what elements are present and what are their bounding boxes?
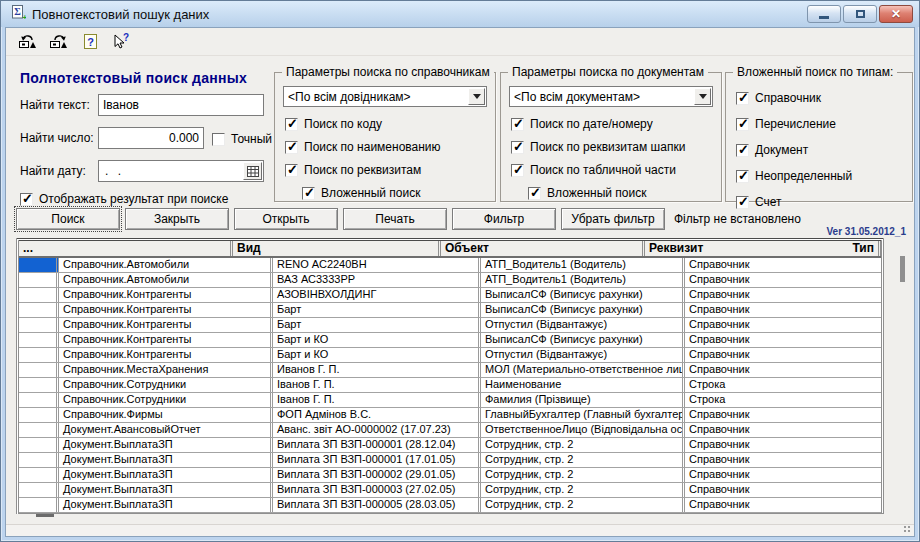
row-selector-cell[interactable] [19,438,59,452]
row-selector-cell[interactable] [19,258,59,272]
table-row[interactable]: Документ.ВыплатаЗП Виплата ЗП ВЗП-000001… [19,438,881,453]
table-cell-tip[interactable]: Справочник [685,423,881,437]
row-selector-cell[interactable] [19,348,59,362]
row-selector-cell[interactable] [19,468,59,482]
table-cell-rekvizit[interactable]: ВыписалСФ (Виписує рахунки) [481,303,685,317]
table-cell-tip[interactable]: Справочник [685,483,881,497]
resize-grip[interactable] [903,525,912,534]
table-row[interactable]: Справочник.Автомобили RENO АС2240ВН АТП_… [19,258,881,273]
table-cell-tip[interactable]: Строка [685,393,881,407]
checkbox[interactable] [736,144,749,157]
document-dropdown[interactable]: <По всім документам> [509,86,713,107]
column-header[interactable]: Реквизит [645,241,849,256]
table-row[interactable]: Справочник.Контрагенты Барт и КО Выписал… [19,333,881,348]
table-cell-vid[interactable]: Документ.ВыплатаЗП [59,438,273,452]
checkbox[interactable] [511,164,524,177]
table-cell-tip[interactable]: Справочник [685,363,881,377]
table-cell-object[interactable]: Виплата ЗП ВЗП-000001 (17.01.05) [273,453,481,467]
column-header[interactable]: Вид [233,241,441,256]
table-row[interactable]: Справочник.Сотрудники Іванов Г. П. Наиме… [19,378,881,393]
table-cell-object[interactable]: RENO АС2240ВН [273,258,481,272]
show-result-checkbox[interactable] [20,193,33,206]
table-cell-tip[interactable]: Справочник [685,498,881,512]
table-cell-object[interactable]: ФОП Адмінов В.С. [273,408,481,422]
table-cell-tip[interactable]: Справочник [685,438,881,452]
row-selector-cell[interactable] [19,408,59,422]
table-row[interactable]: Справочник.Контрагенты АЗОВІНВХОЛДИНГ Вы… [19,288,881,303]
table-row[interactable]: Справочник.МестаХранения Иванов Г. П. МО… [19,363,881,378]
table-row[interactable]: Справочник.Контрагенты Барт и КО Отпусти… [19,348,881,363]
table-row[interactable]: Документ.ВыплатаЗП Виплата ЗП ВЗП-000002… [19,468,881,483]
table-cell-vid[interactable]: Справочник.Контрагенты [59,318,273,332]
checkbox[interactable] [511,141,524,154]
table-cell-object[interactable]: Виплата ЗП ВЗП-000001 (28.12.04) [273,438,481,452]
table-cell-object[interactable]: Виплата ЗП ВЗП-000005 (28.03.05) [273,498,481,512]
table-cell-vid[interactable]: Справочник.Контрагенты [59,348,273,362]
row-selector-cell[interactable] [19,318,59,332]
table-cell-rekvizit[interactable]: Сотрудник, стр. 2 [481,483,685,497]
action-button[interactable]: Печать [343,208,447,230]
table-cell-tip[interactable]: Справочник [685,348,881,362]
table-cell-tip[interactable]: Справочник [685,303,881,317]
table-cell-vid[interactable]: Документ.ВыплатаЗП [59,453,273,467]
checkbox[interactable] [736,196,749,209]
action-button[interactable]: Закрыть [125,208,229,230]
row-selector-cell[interactable] [19,288,59,302]
checkbox[interactable] [736,92,749,105]
action-button[interactable]: Убрать фильтр [561,208,665,230]
horizontal-scrollbar-thumb[interactable] [36,514,54,517]
search-prev-icon[interactable] [16,31,40,53]
table-cell-object[interactable]: Иванов Г. П. [273,363,481,377]
table-cell-vid[interactable]: Справочник.Сотрудники [59,393,273,407]
row-selector-cell[interactable] [19,378,59,392]
chevron-down-icon[interactable] [694,88,711,105]
table-cell-object[interactable]: Виплата ЗП ВЗП-000002 (29.01.05) [273,468,481,482]
table-cell-tip[interactable]: Справочник [685,333,881,347]
table-cell-vid[interactable]: Документ.АвансовыйОтчет [59,423,273,437]
table-cell-tip[interactable]: Справочник [685,273,881,287]
table-row[interactable]: Справочник.Сотрудники Іванов Г. П. Фамил… [19,393,881,408]
table-row[interactable]: Справочник.Фирмы ФОП Адмінов В.С. Главны… [19,408,881,423]
checkbox[interactable] [285,118,298,131]
table-cell-tip[interactable]: Справочник [685,288,881,302]
close-button[interactable]: ✕ [879,5,913,23]
row-selector-cell[interactable] [19,453,59,467]
row-selector-cell[interactable] [19,303,59,317]
row-selector-cell[interactable] [19,333,59,347]
table-row[interactable]: Справочник.Контрагенты Барт Отпустил (Ві… [19,318,881,333]
table-cell-rekvizit[interactable]: АТП_Водитель1 (Водитель) [481,258,685,272]
table-row[interactable]: Документ.ВыплатаЗП Виплата ЗП ВЗП-000001… [19,453,881,468]
action-button[interactable]: Поиск [16,208,120,230]
table-cell-rekvizit[interactable]: Сотрудник, стр. 2 [481,498,685,512]
catalog-dropdown[interactable]: <По всім довідникам> [283,86,487,107]
table-cell-object[interactable]: Барт и КО [273,348,481,362]
row-selector-cell[interactable] [19,498,59,512]
minimize-button[interactable] [807,5,841,23]
search-next-icon[interactable] [47,31,71,53]
table-cell-rekvizit[interactable]: Сотрудник, стр. 2 [481,438,685,452]
row-selector-cell[interactable] [19,273,59,287]
table-cell-vid[interactable]: Документ.ВыплатаЗП [59,468,273,482]
table-cell-tip[interactable]: Справочник [685,318,881,332]
table-row[interactable]: Документ.АвансовыйОтчет Аванс. звіт АО-0… [19,423,881,438]
table-cell-vid[interactable]: Справочник.Сотрудники [59,378,273,392]
table-cell-object[interactable]: Іванов Г. П. [273,393,481,407]
table-cell-rekvizit[interactable]: ГлавныйБухгалтер (Главный бухгалтер [481,408,685,422]
table-cell-object[interactable]: Барт [273,303,481,317]
table-cell-rekvizit[interactable]: Отпустил (Відвантажує) [481,348,685,362]
find-date-input[interactable]: . . [98,160,264,182]
table-row[interactable]: Документ.ВыплатаЗП Виплата ЗП ВЗП-000005… [19,498,881,513]
table-cell-vid[interactable]: Справочник.МестаХранения [59,363,273,377]
table-cell-rekvizit[interactable]: ВыписалСФ (Виписує рахунки) [481,288,685,302]
table-cell-rekvizit[interactable]: Наименование [481,378,685,392]
table-cell-vid[interactable]: Справочник.Автомобили [59,273,273,287]
table-cell-tip[interactable]: Строка [685,378,881,392]
vertical-scrollbar-thumb[interactable] [900,256,905,282]
checkbox[interactable] [736,170,749,183]
checkbox[interactable] [302,187,315,200]
row-selector-cell[interactable] [19,393,59,407]
table-cell-object[interactable]: Барт и КО [273,333,481,347]
row-selector-cell[interactable] [19,483,59,497]
table-cell-tip[interactable]: Справочник [685,453,881,467]
table-cell-rekvizit[interactable]: Сотрудник, стр. 2 [481,468,685,482]
